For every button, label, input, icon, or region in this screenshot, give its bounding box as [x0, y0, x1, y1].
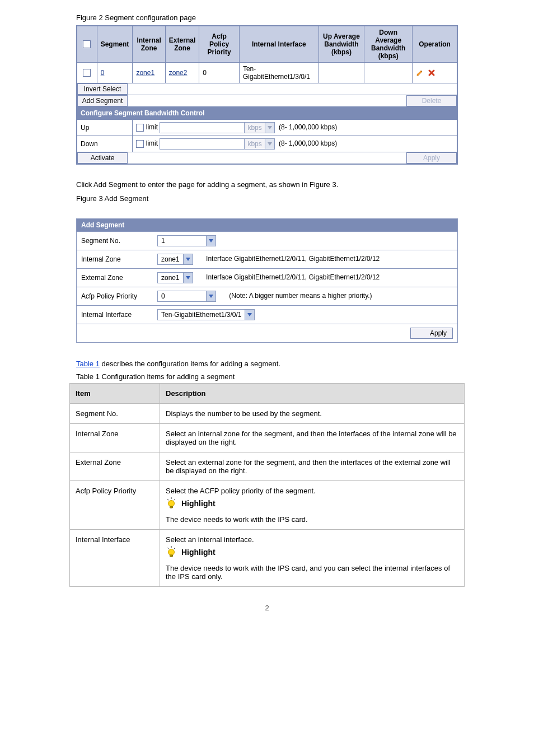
- down-range-text: (8- 1,000,000 kbps): [279, 139, 337, 147]
- header-checkbox[interactable]: [83, 40, 91, 48]
- table1-link[interactable]: Table 1: [76, 360, 100, 368]
- desc-segment-no: Displays the number to be used by the se…: [160, 404, 465, 424]
- add-segment-header: Add Segment: [77, 219, 457, 231]
- external-zone-value: zone1: [158, 273, 183, 283]
- internal-zone-interfaces: Interface GigabitEthernet1/2/0/11, Gigab…: [206, 255, 380, 263]
- down-limit-input[interactable]: [160, 138, 245, 150]
- delete-icon[interactable]: [428, 69, 435, 77]
- th-description: Description: [160, 384, 465, 404]
- up-label: Up: [77, 120, 133, 136]
- svg-point-3: [168, 501, 175, 507]
- col-acfp: Acfp Policy Priority: [199, 26, 240, 63]
- highlight-label: Highlight: [181, 499, 216, 508]
- internal-interface-value: Ten-GigabitEthernet1/3/0/1: [158, 310, 245, 320]
- acfp-priority-value: 0: [158, 291, 206, 301]
- down-kbps-unit: kbps: [245, 138, 265, 150]
- table-row: 0 zone1 zone2 0 Ten-GigabitEthernet1/3/0…: [77, 63, 457, 83]
- apply-button[interactable]: Apply: [406, 152, 457, 164]
- edit-icon[interactable]: [416, 69, 424, 77]
- chevron-down-icon: [183, 254, 193, 264]
- highlight-label: Highlight: [181, 548, 216, 557]
- internal-zone-value: zone1: [158, 254, 183, 264]
- configure-bw-header: Configure Segment Bandwidth Control: [77, 107, 457, 120]
- config-items-table: Item Description Segment No. Displays th…: [69, 383, 465, 587]
- svg-line-7: [174, 548, 175, 549]
- chevron-down-icon: [183, 273, 193, 283]
- up-limit-input[interactable]: [160, 122, 245, 133]
- row-izone-link[interactable]: zone1: [136, 69, 154, 77]
- desc-acfp-priority-highlight: The device needs to work with the IPS ca…: [166, 515, 458, 524]
- up-unit-dropdown-icon[interactable]: [265, 122, 275, 133]
- row-iif: Ten-GigabitEthernet1/3/0/1: [239, 63, 318, 83]
- desc-internal-interface-text: Select an internal interface.: [166, 535, 458, 544]
- col-operation: Operation: [413, 26, 457, 63]
- desc-acfp-priority-text: Select the ACFP policy priority of the s…: [166, 487, 458, 495]
- item-acfp-priority: Acfp Policy Priority: [70, 481, 160, 530]
- desc-external-zone: Select an external zone for the segment,…: [160, 452, 465, 481]
- add-segment-apply-button[interactable]: Apply: [410, 328, 453, 339]
- internal-interface-label: Internal Interface: [77, 306, 153, 324]
- external-zone-interfaces: Interface GigabitEthernet1/2/0/11, Gigab…: [206, 273, 380, 281]
- svg-point-8: [168, 549, 175, 556]
- th-item: Item: [70, 384, 160, 404]
- row-operation-cell: [413, 63, 457, 83]
- down-limit-label: limit: [146, 139, 158, 147]
- up-kbps-unit: kbps: [245, 122, 265, 133]
- external-zone-select[interactable]: zone1: [157, 272, 193, 283]
- up-limit-label: limit: [146, 123, 158, 131]
- highlight-icon: [166, 546, 177, 558]
- down-label: Down: [77, 136, 133, 152]
- down-unit-dropdown-icon[interactable]: [265, 138, 275, 150]
- segment-no-select[interactable]: 1: [157, 235, 216, 246]
- desc-internal-interface-highlight: The device needs to work with the IPS ca…: [166, 564, 458, 581]
- item-internal-interface: Internal Interface: [70, 530, 160, 587]
- row-checkbox[interactable]: [83, 69, 91, 77]
- row-dnbw: [364, 63, 413, 83]
- highlight-icon: [166, 497, 177, 510]
- external-zone-label: External Zone: [77, 269, 153, 287]
- invert-select-button[interactable]: Invert Select: [77, 83, 128, 95]
- col-down-bw: Down Average Bandwidth (kbps): [364, 26, 413, 63]
- acfp-priority-note: (Note: A bigger number means a higher pr…: [229, 292, 372, 300]
- segment-no-label: Segment No.: [77, 232, 153, 250]
- internal-interface-select[interactable]: Ten-GigabitEthernet1/3/0/1: [157, 309, 255, 320]
- item-external-zone: External Zone: [70, 452, 160, 481]
- table1-intro-suffix: describes the configuration items for ad…: [100, 360, 280, 368]
- add-segment-button[interactable]: Add Segment: [77, 95, 128, 106]
- svg-rect-4: [170, 506, 173, 508]
- svg-line-1: [167, 499, 168, 500]
- table-header-row: Segment Internal Zone External Zone Acfp…: [77, 26, 457, 63]
- up-limit-checkbox[interactable]: [136, 124, 144, 132]
- down-limit-row: Down limit kbps (8- 1,000,000 kbps): [77, 136, 457, 152]
- table1-intro: Table 1 describes the configuration item…: [76, 360, 458, 368]
- chevron-down-icon: [206, 291, 216, 301]
- desc-internal-interface: Select an internal interface. Highlight: [160, 530, 465, 587]
- figure3-lead-text: Click Add Segment to enter the page for …: [76, 180, 458, 189]
- activate-button[interactable]: Activate: [77, 152, 128, 164]
- delete-button[interactable]: Delete: [406, 95, 457, 106]
- row-acfp: 0: [199, 63, 240, 83]
- segment-no-value: 1: [158, 236, 206, 246]
- col-segment: Segment: [97, 26, 133, 63]
- desc-acfp-priority: Select the ACFP policy priority of the s…: [160, 481, 465, 530]
- down-limit-checkbox[interactable]: [136, 140, 144, 148]
- add-segment-panel: Add Segment Segment No. 1 Internal Zone …: [76, 218, 458, 343]
- figure2-caption: Figure 2 Segment configuration page: [76, 13, 534, 22]
- acfp-priority-label: Acfp Policy Priority: [77, 287, 153, 306]
- svg-line-2: [174, 499, 175, 500]
- row-ezone-link[interactable]: zone2: [169, 69, 188, 77]
- internal-zone-label: Internal Zone: [77, 250, 153, 269]
- acfp-priority-select[interactable]: 0: [157, 291, 216, 302]
- up-limit-row: Up limit kbps (8- 1,000,000 kbps): [77, 120, 457, 136]
- item-segment-no: Segment No.: [70, 404, 160, 424]
- chevron-down-icon: [245, 310, 254, 320]
- table1-caption: Table 1 Configuration items for adding a…: [76, 372, 458, 381]
- row-segment-link[interactable]: 0: [101, 69, 105, 77]
- col-up-bw: Up Average Bandwidth (kbps): [318, 26, 364, 63]
- internal-zone-select[interactable]: zone1: [157, 254, 193, 265]
- svg-line-6: [167, 548, 168, 549]
- up-range-text: (8- 1,000,000 kbps): [279, 123, 337, 131]
- desc-internal-zone: Select an internal zone for the segment,…: [160, 424, 465, 452]
- page-number: 2: [0, 604, 534, 612]
- row-upbw: [318, 63, 364, 83]
